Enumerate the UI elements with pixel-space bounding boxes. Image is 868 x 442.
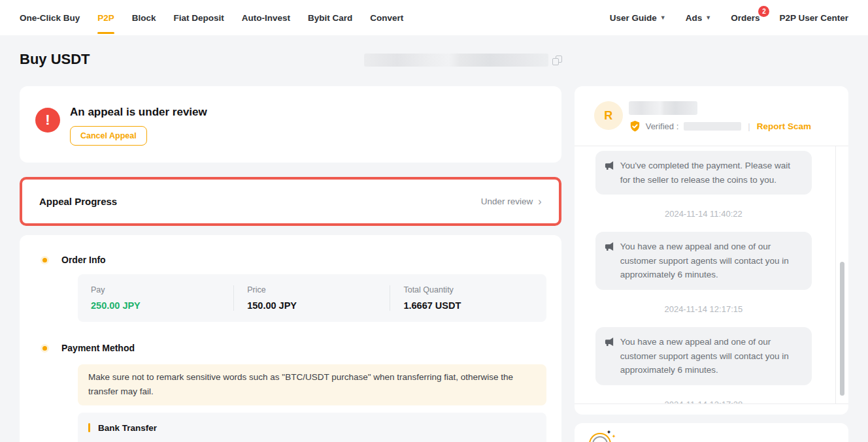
payment-warning-notice: Make sure not to remark sensitive words … [78,364,546,405]
chat-scrollbar-track [835,146,848,403]
total-quantity-value: 1.6667 USDT [403,300,533,311]
nav-one-click-buy[interactable]: One-Click Buy [20,0,80,35]
appeal-progress-label: Appeal Progress [39,196,117,207]
timeline-dot-icon [42,258,47,262]
active-tab-underline [97,32,114,34]
pay-value: 250.00 JPY [91,300,220,311]
chat-column: R Verified : | Report Scam [575,86,848,442]
message-text: You have a new appeal and one of our cus… [620,240,803,282]
cancel-appeal-button[interactable]: Cancel Appeal [70,126,147,146]
ads-label: Ads [686,13,703,23]
order-id-redacted [364,54,548,67]
system-message: You have a new appeal and one of our cus… [595,327,812,385]
verified-value-redacted [684,122,741,131]
megaphone-icon [605,337,614,347]
chevron-down-icon: ▼ [660,14,666,21]
nav-right-group: User Guide ▼ Ads ▼ Orders 2 P2P User Cen… [610,13,848,23]
total-quantity-label: Total Quantity [403,285,533,294]
order-info-title: Order Info [61,255,106,265]
page-body: Buy USDT ! An appeal is under review Can… [0,51,868,442]
nav-convert[interactable]: Convert [370,0,403,35]
bank-transfer-label: Bank Transfer [98,423,157,433]
chat-timestamp: 2024-11-14 12:17:15 [595,304,812,314]
method-accent-bar [88,423,90,432]
nav-p2p-user-center[interactable]: P2P User Center [779,13,848,23]
sparkle-icon: ✦ [612,434,616,439]
status-text: Under review [481,197,533,206]
appeal-banner-card: ! An appeal is under review Cancel Appea… [20,86,561,163]
appeal-banner-title: An appeal is under review [70,106,207,119]
payment-method-section-header: Payment Method [20,343,561,353]
sparkle-icon: ✦ [607,429,612,435]
chat-footer-spacer [575,404,848,415]
chat-timestamp: 2024-11-14 11:40:22 [595,209,812,219]
verified-shield-icon [629,120,641,133]
order-info-box: Pay 250.00 JPY Price 150.00 JPY Total Qu… [78,274,546,322]
page-header: Buy USDT [20,51,562,68]
separator: | [748,121,750,131]
nav-ads[interactable]: Ads ▼ [686,13,711,23]
counterparty-avatar[interactable]: R [594,101,623,130]
chat-scrollbar-thumb[interactable] [840,262,844,396]
copy-icon[interactable] [552,55,562,65]
counterparty-name-redacted [629,101,697,115]
nav-left-group: One-Click Buy P2P Block Fiat Deposit Aut… [20,0,403,35]
message-text: You have a new appeal and one of our cus… [620,335,803,377]
megaphone-icon [605,242,614,251]
nav-block[interactable]: Block [132,0,156,35]
alert-exclamation-icon: ! [35,108,60,133]
timeline-dot-icon [42,346,47,351]
pay-field: Pay 250.00 JPY [78,285,233,311]
chat-message-list: You've completed the payment. Please wai… [575,146,848,404]
bank-transfer-method[interactable]: Bank Transfer [78,413,546,442]
chevron-right-icon: › [538,197,541,207]
chat-input-card-partial: ✦ ✦ [575,423,848,442]
verified-label: Verified : [646,121,679,131]
report-scam-link[interactable]: Report Scam [757,121,811,131]
price-label: Price [247,285,376,294]
appeal-progress-row[interactable]: Appeal Progress Under review › [20,177,561,226]
verified-row: Verified : | Report Scam [629,120,811,133]
payment-method-title: Payment Method [61,343,135,353]
nav-fiat-deposit[interactable]: Fiat Deposit [174,0,224,35]
order-details-card: Order Info Pay 250.00 JPY Price 150.00 J… [20,235,561,442]
chat-card: R Verified : | Report Scam [575,86,848,415]
system-message: You've completed the payment. Please wai… [595,151,812,195]
nav-auto-invest[interactable]: Auto-Invest [242,0,290,35]
nav-p2p-label: P2P [97,13,114,23]
megaphone-icon [605,161,614,170]
user-guide-label: User Guide [610,13,657,23]
price-field: Price 150.00 JPY [233,285,390,311]
orders-count-badge: 2 [758,6,769,17]
main-column: ! An appeal is under review Cancel Appea… [20,86,561,442]
nav-bybit-card[interactable]: Bybit Card [308,0,352,35]
chat-timestamp: 2024-11-14 12:17:38 [595,400,812,404]
message-text: You've completed the payment. Please wai… [620,159,803,187]
chat-header: R Verified : | Report Scam [575,86,848,146]
page-title: Buy USDT [20,51,90,68]
order-info-section-header: Order Info [20,255,561,265]
total-quantity-field: Total Quantity 1.6667 USDT [390,285,546,311]
nav-orders[interactable]: Orders 2 [731,13,760,23]
chevron-down-icon: ▼ [705,14,711,21]
nav-user-guide[interactable]: User Guide ▼ [610,13,666,23]
price-value: 150.00 JPY [247,300,376,311]
system-message: You have a new appeal and one of our cus… [595,232,812,290]
nav-p2p[interactable]: P2P [97,0,114,35]
pay-label: Pay [91,285,220,294]
order-id-row [364,54,562,67]
appeal-progress-status: Under review › [481,197,542,207]
top-navigation: One-Click Buy P2P Block Fiat Deposit Aut… [0,0,868,35]
orders-label: Orders [731,13,760,23]
emoji-icon[interactable]: ✦ ✦ [589,429,615,442]
